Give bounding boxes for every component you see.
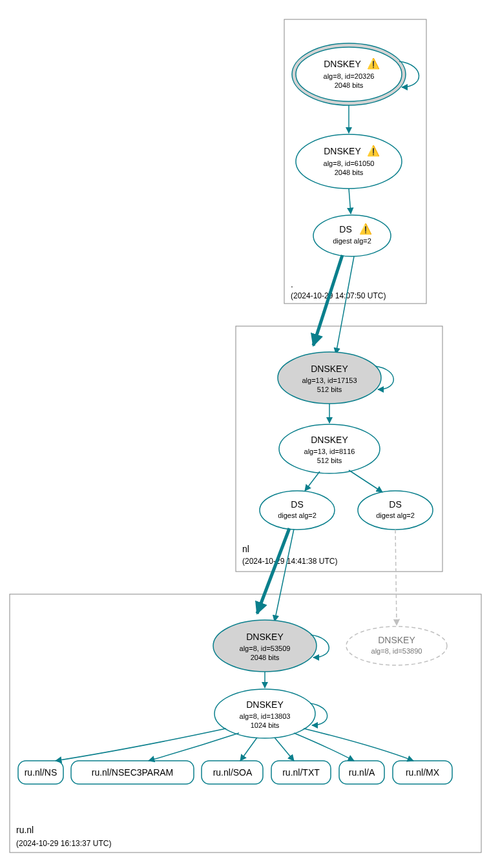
- edge-zsk-to-soa: [240, 738, 257, 761]
- svg-text:DS: DS: [389, 499, 401, 510]
- svg-text:ru.nl/A: ru.nl/A: [349, 767, 375, 778]
- svg-text:alg=13, id=8116: alg=13, id=8116: [304, 448, 355, 455]
- svg-text:DNSKEY: DNSKEY: [378, 635, 415, 645]
- node-root-ds: DS ⚠️ digest alg=2: [313, 215, 391, 256]
- dnssec-diagram: . (2024-10-29 14:07:50 UTC) DNSKEY ⚠️ al…: [0, 0, 489, 868]
- rrset-ns: ru.nl/NS: [18, 761, 63, 784]
- svg-text:ru.nl/MX: ru.nl/MX: [406, 767, 440, 778]
- svg-text:2048 bits: 2048 bits: [251, 654, 280, 661]
- edge-ds2-to-ghost: [395, 530, 397, 625]
- svg-text:digest alg=2: digest alg=2: [278, 512, 317, 519]
- svg-text:2048 bits: 2048 bits: [335, 81, 364, 89]
- svg-text:2048 bits: 2048 bits: [335, 169, 364, 176]
- node-ru-ghost: DNSKEY alg=8, id=53890: [346, 626, 447, 665]
- svg-text:ru.nl/SOA: ru.nl/SOA: [213, 767, 253, 778]
- edge-ds-to-nl-thick: [313, 255, 342, 346]
- svg-text:DNSKEY: DNSKEY: [311, 435, 348, 445]
- node-ru-zsk: DNSKEY alg=8, id=13803 1024 bits: [214, 689, 328, 738]
- node-nl-ds2: DS digest alg=2: [358, 491, 433, 530]
- svg-text:DNSKEY: DNSKEY: [311, 364, 348, 374]
- edge-zsk-to-nsec3: [149, 733, 239, 761]
- edge-zsk-to-ns: [56, 728, 226, 761]
- svg-text:ru.nl/NS: ru.nl/NS: [25, 767, 57, 778]
- zone-runl-label: ru.nl: [16, 825, 34, 835]
- zone-nl-timestamp: (2024-10-29 14:41:38 UTC): [242, 557, 337, 566]
- svg-text:DNSKEY: DNSKEY: [324, 146, 361, 156]
- zone-root-timestamp: (2024-10-29 14:07:50 UTC): [291, 291, 386, 300]
- rrset-a: ru.nl/A: [339, 761, 384, 784]
- node-ru-ksk: DNSKEY alg=8, id=53509 2048 bits: [213, 620, 329, 672]
- rrset-txt: ru.nl/TXT: [271, 761, 331, 784]
- svg-text:512 bits: 512 bits: [317, 386, 342, 393]
- svg-point-25: [358, 491, 433, 530]
- svg-text:DNSKEY: DNSKEY: [246, 632, 284, 642]
- svg-text:alg=8, id=53890: alg=8, id=53890: [371, 647, 422, 655]
- svg-text:alg=13, id=17153: alg=13, id=17153: [302, 377, 357, 384]
- svg-text:ru.nl/NSEC3PARAM: ru.nl/NSEC3PARAM: [92, 767, 174, 778]
- edge-nl-zsk-to-ds1: [305, 471, 320, 491]
- svg-point-22: [260, 491, 335, 530]
- node-root-ksk: DNSKEY ⚠️ alg=8, id=20326 2048 bits: [292, 43, 419, 105]
- node-nl-zsk: DNSKEY alg=13, id=8116 512 bits: [279, 424, 380, 473]
- zone-nl-label: nl: [242, 544, 249, 554]
- svg-text:1024 bits: 1024 bits: [251, 721, 280, 729]
- warning-icon: ⚠️: [367, 57, 380, 70]
- svg-text:alg=8, id=61050: alg=8, id=61050: [324, 160, 375, 167]
- node-nl-ksk: DNSKEY alg=13, id=17153 512 bits: [278, 352, 393, 404]
- svg-text:DS: DS: [339, 224, 351, 234]
- svg-point-33: [346, 626, 447, 665]
- rrset-nsec3param: ru.nl/NSEC3PARAM: [71, 761, 194, 784]
- edge-zsk-to-txt: [275, 738, 294, 761]
- edge-root-zsk-to-ds: [349, 189, 351, 214]
- svg-text:DNSKEY: DNSKEY: [324, 59, 361, 69]
- svg-text:DNSKEY: DNSKEY: [246, 699, 284, 710]
- svg-text:digest alg=2: digest alg=2: [333, 237, 371, 245]
- svg-text:DS: DS: [291, 499, 303, 510]
- svg-text:alg=8, id=53509: alg=8, id=53509: [240, 645, 291, 652]
- svg-text:digest alg=2: digest alg=2: [376, 512, 415, 519]
- svg-text:ru.nl/TXT: ru.nl/TXT: [282, 767, 320, 778]
- edge-ds1-to-ru-thick: [257, 528, 289, 614]
- node-nl-ds1: DS digest alg=2: [260, 491, 335, 530]
- svg-text:512 bits: 512 bits: [317, 457, 342, 464]
- warning-icon: ⚠️: [367, 145, 380, 157]
- node-root-zsk: DNSKEY ⚠️ alg=8, id=61050 2048 bits: [296, 134, 402, 189]
- rrset-mx: ru.nl/MX: [393, 761, 452, 784]
- rrset-soa: ru.nl/SOA: [202, 761, 263, 784]
- edge-nl-zsk-to-ds2: [349, 470, 382, 492]
- zone-root-label: .: [291, 279, 293, 289]
- svg-point-10: [313, 215, 391, 256]
- svg-text:alg=8, id=13803: alg=8, id=13803: [240, 712, 291, 720]
- zone-runl-timestamp: (2024-10-29 16:13:37 UTC): [16, 839, 111, 848]
- edge-zsk-to-a: [294, 733, 354, 761]
- svg-text:alg=8, id=20326: alg=8, id=20326: [324, 72, 375, 80]
- warning-icon: ⚠️: [359, 223, 372, 235]
